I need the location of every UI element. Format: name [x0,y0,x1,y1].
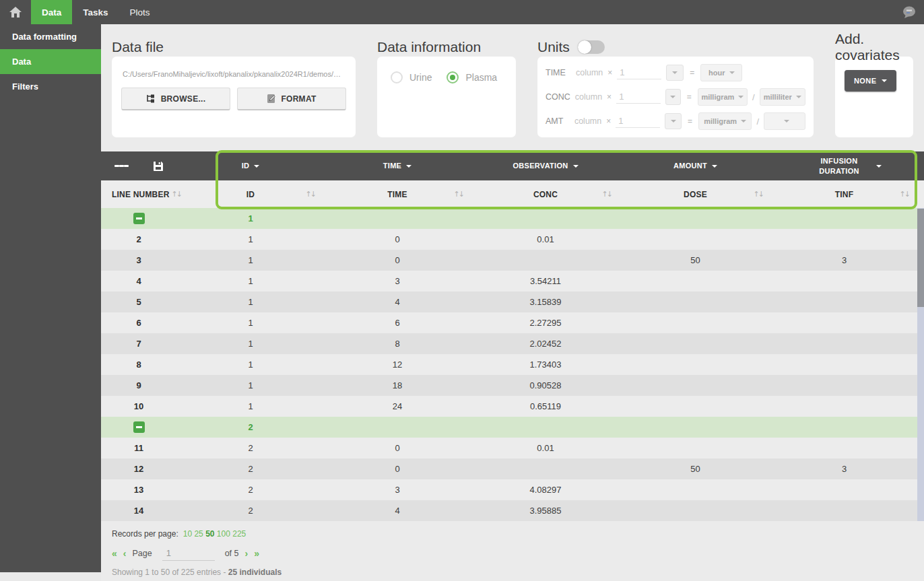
last-page-button[interactable]: » [254,549,259,558]
column-header-dose[interactable]: DOSE↑↓ [620,180,771,208]
amt-mass-unit-select[interactable]: milligram [698,112,752,130]
table-row[interactable]: 4133.54211 [101,271,917,292]
chevron-down-icon [573,165,579,168]
unit-amt-column-placeholder: column [574,116,601,126]
table-row[interactable]: 14243.95885 [101,500,917,521]
divide-symbol: / [752,92,755,102]
sidebar-item-data-formatting[interactable]: Data formatting [0,24,101,49]
collapse-group-button[interactable] [133,421,145,433]
chevron-down-icon [712,165,717,168]
amt-denominator-unit-select[interactable] [764,112,805,130]
covariates-title: Add. covariates [835,38,913,57]
table-cell: 50 [620,250,771,271]
table-cell: 8 [323,333,471,354]
column-header-tinf-label: TINF [835,190,853,199]
vertical-scrollbar[interactable] [917,208,924,521]
table-row[interactable]: 11200.01 [101,438,917,458]
tab-plots[interactable]: Plots [119,0,161,24]
table-row[interactable]: 2100.01 [101,229,917,250]
previous-page-button[interactable]: ‹ [123,549,127,558]
page-count-label: of 5 [225,549,239,558]
sort-icon[interactable]: ↑↓ [172,190,181,199]
home-button[interactable] [0,0,31,24]
table-row[interactable]: 81121.73403 [101,354,917,375]
table-row[interactable]: 6162.27295 [101,312,917,333]
table-cell: 0.90528 [471,375,620,396]
amt-factor-input[interactable] [616,114,660,128]
conc-volume-unit-select[interactable]: milliliter [760,88,805,106]
sidebar: Data formatting Data Filters [0,24,101,572]
table-menu-button[interactable] [114,163,129,169]
sort-icon[interactable]: ↑↓ [306,190,315,199]
sidebar-item-filters[interactable]: Filters [0,74,101,99]
page-size-option-100[interactable]: 100 [217,529,230,539]
table-cell: 8 [101,354,216,375]
data-file-card: C:/Users/FranoMihaljevic/lixoft/pkanalix… [112,57,356,137]
page-size-option-10[interactable]: 10 [183,529,192,539]
page-number-input[interactable] [162,546,215,561]
column-type-observation[interactable]: OBSERVATION [471,151,620,180]
table-cell [471,250,620,271]
sort-icon[interactable]: ↑↓ [602,190,612,199]
conc-factor-dropdown[interactable] [665,89,681,105]
unit-conc-column-placeholder: column [575,92,602,102]
time-factor-input[interactable] [617,66,661,79]
time-unit-select[interactable]: hour [700,64,742,81]
column-header-id[interactable]: ID↑↓ [216,180,323,208]
browse-button[interactable]: BROWSE... [121,88,230,110]
table-cell: 3 [101,250,216,271]
table-cell: 50 [620,458,771,479]
data-file-path: C:/Users/FranoMihaljevic/lixoft/pkanalix… [123,70,345,78]
covariates-none-button[interactable]: NONE [845,70,896,92]
sort-icon[interactable]: ↑↓ [900,190,909,199]
table-cell [620,208,771,229]
radio-plasma[interactable]: Plasma [447,71,497,83]
tab-tasks[interactable]: Tasks [72,0,119,24]
amt-factor-dropdown[interactable] [665,113,682,129]
table-row[interactable]: 1220503 [101,458,917,479]
chevron-down-icon [671,120,676,123]
conc-factor-input[interactable] [616,90,661,104]
table-row[interactable]: 7182.02452 [101,333,917,354]
table-cell: 1.73403 [471,354,620,375]
table-row[interactable]: 101240.65119 [101,396,917,417]
tab-data[interactable]: Data [31,0,72,24]
conc-mass-unit-select[interactable]: milligram [698,88,748,106]
format-button[interactable]: FORMAT [237,88,346,110]
table-row[interactable]: 5143.15839 [101,292,917,312]
table-cell: 1 [216,229,323,250]
column-type-id[interactable]: ID [216,151,323,180]
page-size-option-225[interactable]: 225 [232,529,246,539]
next-page-button[interactable]: › [245,549,249,558]
radio-urine[interactable]: Urine [391,71,432,83]
column-header-time[interactable]: TIME↑↓ [323,180,471,208]
sidebar-item-data[interactable]: Data [0,49,101,74]
table-row[interactable]: 310503 [101,250,917,271]
column-type-infusion-duration[interactable]: INFUSION DURATION [771,151,917,180]
table-cell: 3.95885 [471,500,620,521]
sort-icon[interactable]: ↑↓ [454,190,463,199]
table-cell: 4.08297 [471,479,620,500]
feedback-button[interactable] [894,0,924,24]
column-header-tinf[interactable]: TINF↑↓ [771,180,917,208]
first-page-button[interactable]: « [112,549,117,558]
column-header-line-number[interactable]: LINE NUMBER↑↓ [101,180,216,208]
unit-row-time: TIME column × = hour [546,63,805,82]
sort-icon[interactable]: ↑↓ [754,190,763,199]
save-table-button[interactable] [153,161,164,172]
table-cell: 3 [323,271,471,292]
table-cell [620,271,771,292]
column-type-time[interactable]: TIME [323,151,471,180]
units-toggle[interactable] [578,40,605,54]
page-size-option-25[interactable]: 25 [194,529,203,539]
column-type-amount[interactable]: AMOUNT [620,151,771,180]
table-cell: 3 [771,250,917,271]
table-row[interactable]: 13234.08297 [101,479,917,500]
time-factor-dropdown[interactable] [666,65,684,81]
page-size-option-50[interactable]: 50 [205,529,214,539]
scrollbar-thumb[interactable] [917,209,924,307]
multiply-symbol: × [606,116,611,126]
table-row[interactable]: 91180.90528 [101,375,917,396]
collapse-group-button[interactable] [133,213,145,224]
column-header-conc[interactable]: CONC↑↓ [471,180,620,208]
